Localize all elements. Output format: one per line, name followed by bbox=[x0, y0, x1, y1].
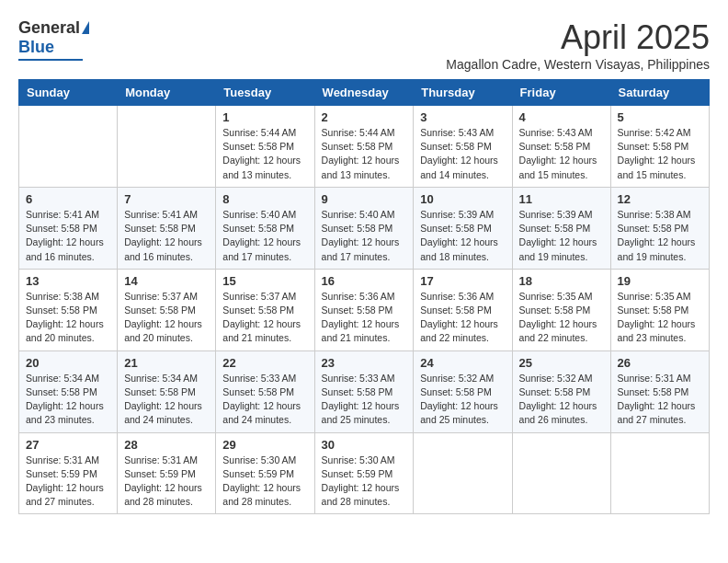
day-info: Sunrise: 5:41 AM Sunset: 5:58 PM Dayligh… bbox=[124, 208, 209, 264]
day-info: Sunrise: 5:35 AM Sunset: 5:58 PM Dayligh… bbox=[519, 290, 604, 346]
day-number: 22 bbox=[222, 356, 307, 370]
calendar-header-row: SundayMondayTuesdayWednesdayThursdayFrid… bbox=[19, 80, 710, 106]
column-header-thursday: Thursday bbox=[414, 80, 512, 106]
calendar-cell bbox=[414, 432, 512, 514]
calendar-cell bbox=[512, 432, 610, 514]
day-info: Sunrise: 5:30 AM Sunset: 5:59 PM Dayligh… bbox=[222, 454, 307, 510]
day-info: Sunrise: 5:32 AM Sunset: 5:58 PM Dayligh… bbox=[420, 372, 505, 428]
week-row-1: 1Sunrise: 5:44 AM Sunset: 5:58 PM Daylig… bbox=[19, 106, 710, 188]
calendar-cell: 7Sunrise: 5:41 AM Sunset: 5:58 PM Daylig… bbox=[118, 187, 216, 269]
calendar-cell: 2Sunrise: 5:44 AM Sunset: 5:58 PM Daylig… bbox=[314, 106, 414, 188]
page-header: General Blue April 2025 Magallon Cadre, … bbox=[18, 18, 710, 72]
day-number: 20 bbox=[26, 356, 110, 370]
column-header-friday: Friday bbox=[512, 80, 610, 106]
calendar-cell: 11Sunrise: 5:39 AM Sunset: 5:58 PM Dayli… bbox=[512, 187, 610, 269]
calendar-cell: 5Sunrise: 5:42 AM Sunset: 5:58 PM Daylig… bbox=[610, 106, 709, 188]
column-header-wednesday: Wednesday bbox=[314, 80, 414, 106]
day-info: Sunrise: 5:40 AM Sunset: 5:58 PM Dayligh… bbox=[322, 208, 407, 264]
calendar-cell: 1Sunrise: 5:44 AM Sunset: 5:58 PM Daylig… bbox=[216, 106, 314, 188]
day-info: Sunrise: 5:44 AM Sunset: 5:58 PM Dayligh… bbox=[222, 126, 307, 182]
week-row-4: 20Sunrise: 5:34 AM Sunset: 5:58 PM Dayli… bbox=[19, 350, 710, 432]
day-number: 2 bbox=[322, 110, 407, 124]
day-info: Sunrise: 5:43 AM Sunset: 5:58 PM Dayligh… bbox=[519, 126, 604, 182]
day-info: Sunrise: 5:37 AM Sunset: 5:58 PM Dayligh… bbox=[124, 290, 209, 346]
day-number: 16 bbox=[322, 274, 407, 288]
day-info: Sunrise: 5:34 AM Sunset: 5:58 PM Dayligh… bbox=[124, 372, 209, 428]
day-number: 14 bbox=[124, 274, 209, 288]
day-number: 18 bbox=[519, 274, 604, 288]
title-section: April 2025 Magallon Cadre, Western Visay… bbox=[446, 18, 710, 72]
calendar-cell bbox=[118, 106, 216, 188]
calendar-cell: 3Sunrise: 5:43 AM Sunset: 5:58 PM Daylig… bbox=[414, 106, 512, 188]
calendar-cell: 20Sunrise: 5:34 AM Sunset: 5:58 PM Dayli… bbox=[19, 350, 118, 432]
logo-triangle-icon bbox=[82, 21, 89, 34]
day-info: Sunrise: 5:42 AM Sunset: 5:58 PM Dayligh… bbox=[618, 126, 702, 182]
logo-blue-text: Blue bbox=[18, 38, 54, 57]
logo-underline bbox=[18, 59, 83, 61]
calendar-cell: 8Sunrise: 5:40 AM Sunset: 5:58 PM Daylig… bbox=[216, 187, 314, 269]
calendar-cell: 13Sunrise: 5:38 AM Sunset: 5:58 PM Dayli… bbox=[19, 269, 118, 350]
column-header-tuesday: Tuesday bbox=[216, 80, 314, 106]
column-header-saturday: Saturday bbox=[610, 80, 709, 106]
day-info: Sunrise: 5:38 AM Sunset: 5:58 PM Dayligh… bbox=[26, 290, 110, 346]
logo-general-text: General bbox=[18, 18, 80, 38]
day-info: Sunrise: 5:43 AM Sunset: 5:58 PM Dayligh… bbox=[420, 126, 505, 182]
calendar-cell: 6Sunrise: 5:41 AM Sunset: 5:58 PM Daylig… bbox=[19, 187, 118, 269]
calendar-cell bbox=[610, 432, 709, 514]
day-info: Sunrise: 5:33 AM Sunset: 5:58 PM Dayligh… bbox=[322, 372, 407, 428]
day-info: Sunrise: 5:30 AM Sunset: 5:59 PM Dayligh… bbox=[322, 454, 407, 510]
day-info: Sunrise: 5:37 AM Sunset: 5:58 PM Dayligh… bbox=[222, 290, 307, 346]
day-number: 30 bbox=[322, 438, 407, 452]
day-info: Sunrise: 5:31 AM Sunset: 5:58 PM Dayligh… bbox=[618, 372, 702, 428]
day-info: Sunrise: 5:31 AM Sunset: 5:59 PM Dayligh… bbox=[124, 454, 209, 510]
day-info: Sunrise: 5:36 AM Sunset: 5:58 PM Dayligh… bbox=[322, 290, 407, 346]
day-info: Sunrise: 5:44 AM Sunset: 5:58 PM Dayligh… bbox=[322, 126, 407, 182]
calendar-cell bbox=[19, 106, 118, 188]
day-info: Sunrise: 5:35 AM Sunset: 5:58 PM Dayligh… bbox=[618, 290, 702, 346]
day-number: 5 bbox=[618, 110, 702, 124]
day-number: 19 bbox=[618, 274, 702, 288]
day-number: 13 bbox=[26, 274, 110, 288]
day-number: 21 bbox=[124, 356, 209, 370]
day-number: 15 bbox=[222, 274, 307, 288]
day-info: Sunrise: 5:38 AM Sunset: 5:58 PM Dayligh… bbox=[618, 208, 702, 264]
calendar-cell: 25Sunrise: 5:32 AM Sunset: 5:58 PM Dayli… bbox=[512, 350, 610, 432]
calendar-cell: 29Sunrise: 5:30 AM Sunset: 5:59 PM Dayli… bbox=[216, 432, 314, 514]
day-number: 28 bbox=[124, 438, 209, 452]
calendar-cell: 12Sunrise: 5:38 AM Sunset: 5:58 PM Dayli… bbox=[610, 187, 709, 269]
calendar-cell: 18Sunrise: 5:35 AM Sunset: 5:58 PM Dayli… bbox=[512, 269, 610, 350]
day-number: 17 bbox=[420, 274, 505, 288]
calendar-cell: 19Sunrise: 5:35 AM Sunset: 5:58 PM Dayli… bbox=[610, 269, 709, 350]
calendar-body: 1Sunrise: 5:44 AM Sunset: 5:58 PM Daylig… bbox=[19, 106, 710, 514]
column-header-sunday: Sunday bbox=[19, 80, 118, 106]
calendar-cell: 21Sunrise: 5:34 AM Sunset: 5:58 PM Dayli… bbox=[118, 350, 216, 432]
day-info: Sunrise: 5:36 AM Sunset: 5:58 PM Dayligh… bbox=[420, 290, 505, 346]
calendar-cell: 23Sunrise: 5:33 AM Sunset: 5:58 PM Dayli… bbox=[314, 350, 414, 432]
logo: General Blue bbox=[18, 18, 89, 61]
calendar-cell: 17Sunrise: 5:36 AM Sunset: 5:58 PM Dayli… bbox=[414, 269, 512, 350]
calendar-cell: 28Sunrise: 5:31 AM Sunset: 5:59 PM Dayli… bbox=[118, 432, 216, 514]
week-row-3: 13Sunrise: 5:38 AM Sunset: 5:58 PM Dayli… bbox=[19, 269, 710, 350]
day-info: Sunrise: 5:40 AM Sunset: 5:58 PM Dayligh… bbox=[222, 208, 307, 264]
location-title: Magallon Cadre, Western Visayas, Philipp… bbox=[446, 57, 710, 72]
day-number: 9 bbox=[322, 192, 407, 206]
column-header-monday: Monday bbox=[118, 80, 216, 106]
calendar-cell: 14Sunrise: 5:37 AM Sunset: 5:58 PM Dayli… bbox=[118, 269, 216, 350]
day-number: 10 bbox=[420, 192, 505, 206]
calendar-cell: 15Sunrise: 5:37 AM Sunset: 5:58 PM Dayli… bbox=[216, 269, 314, 350]
day-number: 26 bbox=[618, 356, 702, 370]
day-info: Sunrise: 5:32 AM Sunset: 5:58 PM Dayligh… bbox=[519, 372, 604, 428]
week-row-5: 27Sunrise: 5:31 AM Sunset: 5:59 PM Dayli… bbox=[19, 432, 710, 514]
day-number: 4 bbox=[519, 110, 604, 124]
day-number: 6 bbox=[26, 192, 110, 206]
calendar-cell: 22Sunrise: 5:33 AM Sunset: 5:58 PM Dayli… bbox=[216, 350, 314, 432]
day-number: 23 bbox=[322, 356, 407, 370]
day-number: 29 bbox=[222, 438, 307, 452]
day-info: Sunrise: 5:33 AM Sunset: 5:58 PM Dayligh… bbox=[222, 372, 307, 428]
day-info: Sunrise: 5:39 AM Sunset: 5:58 PM Dayligh… bbox=[519, 208, 604, 264]
week-row-2: 6Sunrise: 5:41 AM Sunset: 5:58 PM Daylig… bbox=[19, 187, 710, 269]
day-info: Sunrise: 5:39 AM Sunset: 5:58 PM Dayligh… bbox=[420, 208, 505, 264]
day-number: 3 bbox=[420, 110, 505, 124]
month-title: April 2025 bbox=[446, 18, 710, 57]
calendar-cell: 9Sunrise: 5:40 AM Sunset: 5:58 PM Daylig… bbox=[314, 187, 414, 269]
